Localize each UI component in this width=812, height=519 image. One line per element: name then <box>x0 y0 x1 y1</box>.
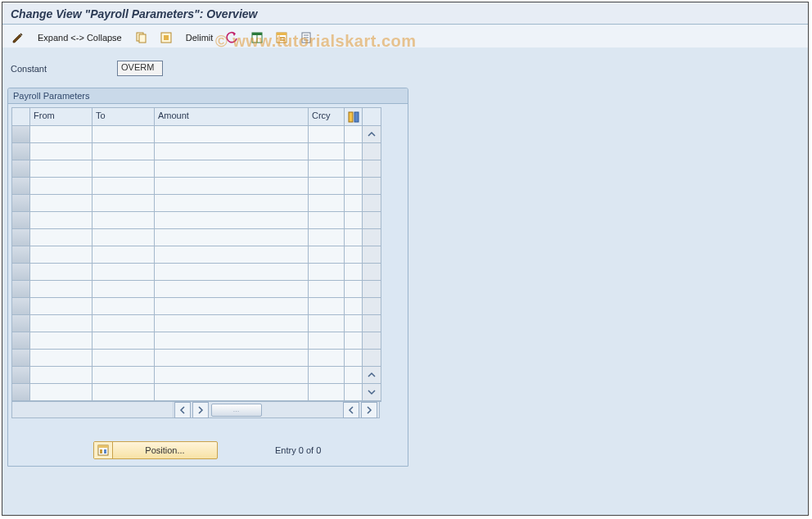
table-cell[interactable] <box>92 195 155 212</box>
table-settings-icon[interactable] <box>246 29 268 47</box>
table-cell[interactable] <box>30 367 92 384</box>
table-cell[interactable] <box>155 384 309 401</box>
table-cell[interactable] <box>92 160 155 178</box>
row-selector[interactable] <box>12 229 30 246</box>
table-cell[interactable] <box>309 246 345 264</box>
table-cell[interactable] <box>155 298 309 315</box>
table-cell[interactable] <box>30 264 92 281</box>
hscroll-thumb[interactable]: … <box>211 404 262 417</box>
vscroll-track[interactable] <box>363 195 381 212</box>
table-cell[interactable] <box>155 264 309 281</box>
table-cell[interactable] <box>309 178 345 195</box>
table-cell[interactable] <box>30 298 92 315</box>
row-selector[interactable] <box>12 384 30 401</box>
table-cell[interactable] <box>30 350 92 367</box>
vscroll-track[interactable] <box>363 350 381 367</box>
table-cell[interactable] <box>30 384 92 401</box>
row-selector[interactable] <box>12 367 30 384</box>
table-cell[interactable] <box>155 246 309 264</box>
row-selector[interactable] <box>12 160 30 178</box>
column-header-to[interactable]: To <box>92 108 155 126</box>
table-cell[interactable] <box>30 126 92 143</box>
table-cell[interactable] <box>30 160 92 178</box>
scroll-down-button[interactable] <box>363 384 381 401</box>
table-cell[interactable] <box>30 143 92 160</box>
table-cell[interactable] <box>92 367 155 384</box>
row-selector[interactable] <box>12 195 30 212</box>
table-cell[interactable] <box>309 195 345 212</box>
table-cell[interactable] <box>30 281 92 298</box>
row-selector[interactable] <box>12 178 30 195</box>
table-cell[interactable] <box>92 246 155 264</box>
position-button[interactable]: Position... <box>93 441 218 459</box>
table-cell[interactable] <box>30 332 92 350</box>
table-cell[interactable] <box>309 264 345 281</box>
table-cell[interactable] <box>92 143 155 160</box>
table-cell[interactable] <box>92 298 155 315</box>
table-cell[interactable] <box>92 178 155 195</box>
table-cell[interactable] <box>309 298 345 315</box>
vscroll-track[interactable] <box>363 264 381 281</box>
table-cell[interactable] <box>155 229 309 246</box>
print-icon[interactable] <box>295 29 317 47</box>
table-cell[interactable] <box>92 126 155 143</box>
scroll-left-button[interactable] <box>174 402 191 418</box>
row-selector[interactable] <box>12 332 30 350</box>
table-cell[interactable] <box>92 264 155 281</box>
row-selector[interactable] <box>12 143 30 160</box>
table-cell[interactable] <box>92 350 155 367</box>
row-selector[interactable] <box>12 350 30 367</box>
table-cell[interactable] <box>155 160 309 178</box>
table-cell[interactable] <box>309 384 345 401</box>
table-cell[interactable] <box>309 212 345 229</box>
table-cell[interactable] <box>30 229 92 246</box>
table-cell[interactable] <box>309 143 345 160</box>
table-config-icon[interactable] <box>345 108 363 126</box>
toggle-display-change-icon[interactable] <box>7 29 29 47</box>
expand-collapse-button[interactable]: Expand <-> Collapse <box>32 29 128 47</box>
table-cell[interactable] <box>309 315 345 332</box>
scroll-up-inner-button[interactable] <box>363 367 381 384</box>
undo-icon[interactable] <box>222 29 243 47</box>
table-cell[interactable] <box>309 126 345 143</box>
vscroll-track[interactable] <box>363 160 381 178</box>
table-cell[interactable] <box>155 126 309 143</box>
table-cell[interactable] <box>92 281 155 298</box>
column-header-crcy[interactable]: Crcy <box>309 108 345 126</box>
table-cell[interactable] <box>30 178 92 195</box>
vscroll-track[interactable] <box>363 315 381 332</box>
vscroll-track[interactable] <box>363 332 381 350</box>
table-cell[interactable] <box>155 281 309 298</box>
row-selector[interactable] <box>12 281 30 298</box>
scroll-up-button[interactable] <box>363 126 381 143</box>
table-cell[interactable] <box>309 350 345 367</box>
table-cell[interactable] <box>309 281 345 298</box>
table-cell[interactable] <box>92 229 155 246</box>
table-cell[interactable] <box>155 367 309 384</box>
table-cell[interactable] <box>30 315 92 332</box>
table-cell[interactable] <box>155 195 309 212</box>
row-selector[interactable] <box>12 212 30 229</box>
scroll-right-end-button[interactable] <box>361 402 377 418</box>
scroll-left-end-button[interactable] <box>343 402 359 418</box>
copy-icon[interactable] <box>131 29 152 47</box>
vscroll-track[interactable] <box>363 246 381 264</box>
table-cell[interactable] <box>155 315 309 332</box>
vscroll-track[interactable] <box>363 178 381 195</box>
row-selector[interactable] <box>12 264 30 281</box>
vscroll-track[interactable] <box>363 143 381 160</box>
table-cell[interactable] <box>92 212 155 229</box>
table-cell[interactable] <box>155 178 309 195</box>
vscroll-track[interactable] <box>363 298 381 315</box>
table-cell[interactable] <box>30 195 92 212</box>
column-header-amount[interactable]: Amount <box>155 108 309 126</box>
table-cell[interactable] <box>92 315 155 332</box>
table-cell[interactable] <box>30 212 92 229</box>
vscroll-track[interactable] <box>363 281 381 298</box>
scroll-right-button[interactable] <box>192 402 209 418</box>
row-selector[interactable] <box>12 126 30 143</box>
delimit-button[interactable]: Delimit <box>180 29 219 47</box>
deselect-all-icon[interactable] <box>271 29 292 47</box>
table-cell[interactable] <box>92 384 155 401</box>
table-cell[interactable] <box>309 229 345 246</box>
